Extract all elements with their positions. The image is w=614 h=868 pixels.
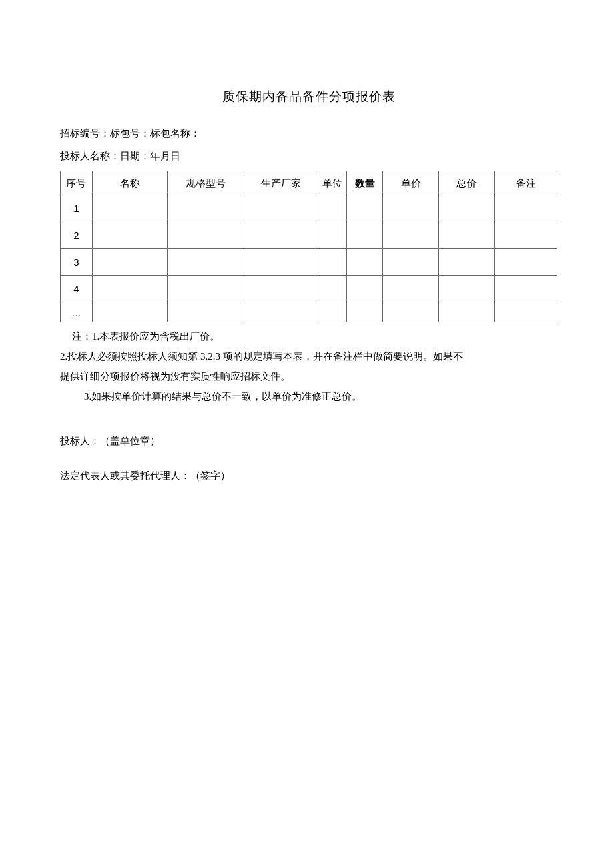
cell-qty [347, 249, 383, 276]
th-name: 名称 [92, 171, 168, 195]
cell-spec [168, 222, 244, 249]
cell-mfr [244, 276, 318, 302]
table-row: 3 [61, 249, 557, 276]
cell-unit [318, 195, 347, 222]
cell-spec [168, 302, 244, 322]
meta-line-1: 招标编号：标包号：标包名称： [60, 125, 557, 141]
cell-seq: 3 [61, 249, 93, 276]
cell-name [92, 249, 168, 276]
cell-name [92, 302, 168, 322]
th-unit: 单位 [318, 171, 347, 195]
cell-total [438, 222, 494, 249]
cell-remark [495, 222, 557, 249]
cell-price [383, 249, 438, 276]
th-seq: 序号 [61, 171, 93, 195]
cell-total [438, 302, 494, 322]
cell-remark [495, 302, 557, 322]
rep-sign-line: 法定代表人或其委托代理人：（签字） [60, 468, 557, 484]
cell-mfr [244, 302, 318, 322]
cell-seq: 4 [61, 276, 93, 302]
cell-total [438, 249, 494, 276]
table-header-row: 序号 名称 规格型号 生产厂家 单位 数量 单价 总价 备注 [61, 171, 557, 195]
cell-total [438, 195, 494, 222]
cell-remark [495, 276, 557, 302]
cell-seq: 2 [61, 222, 93, 249]
cell-price [383, 302, 438, 322]
cell-mfr [244, 195, 318, 222]
cell-qty [347, 222, 383, 249]
table-row: … [61, 302, 557, 322]
cell-name [92, 195, 168, 222]
cell-mfr [244, 249, 318, 276]
table-row: 2 [61, 222, 557, 249]
signature-block: 投标人：（盖单位章） 法定代表人或其委托代理人：（签字） [60, 433, 557, 484]
th-remark: 备注 [495, 171, 557, 195]
th-price: 单价 [383, 171, 438, 195]
cell-unit [318, 302, 347, 322]
cell-unit [318, 276, 347, 302]
meta-line-2: 投标人名称：日期：年月日 [60, 148, 557, 164]
th-mfr: 生产厂家 [244, 171, 318, 195]
cell-unit [318, 249, 347, 276]
note-1: 注：1.本表报价应为含税出厂价。 [60, 326, 557, 346]
cell-seq: … [61, 302, 93, 322]
th-spec: 规格型号 [168, 171, 244, 195]
cell-unit [318, 222, 347, 249]
cell-qty [347, 195, 383, 222]
cell-spec [168, 276, 244, 302]
bidder-stamp-line: 投标人：（盖单位章） [60, 433, 557, 449]
th-qty: 数量 [347, 171, 383, 195]
cell-remark [495, 249, 557, 276]
table-row: 4 [61, 276, 557, 302]
cell-seq: 1 [61, 195, 93, 222]
page-title: 质保期内备品备件分项报价表 [60, 87, 557, 107]
cell-spec [168, 195, 244, 222]
notes-block: 注：1.本表报价应为含税出厂价。 2.投标人必须按照投标人须知第 3.2.3 项… [60, 326, 557, 406]
cell-spec [168, 249, 244, 276]
cell-total [438, 276, 494, 302]
table-row: 1 [61, 195, 557, 222]
cell-remark [495, 195, 557, 222]
cell-price [383, 195, 438, 222]
cell-price [383, 222, 438, 249]
note-3: 3.如果按单价计算的结果与总价不一致，以单价为准修正总价。 [60, 386, 557, 406]
th-total: 总价 [438, 171, 494, 195]
note-2a: 2.投标人必须按照投标人须知第 3.2.3 项的规定填写本表，并在备注栏中做简要… [60, 346, 557, 366]
cell-mfr [244, 222, 318, 249]
cell-name [92, 276, 168, 302]
cell-price [383, 276, 438, 302]
quote-table: 序号 名称 规格型号 生产厂家 单位 数量 单价 总价 备注 1 2 [60, 171, 557, 322]
cell-qty [347, 302, 383, 322]
cell-name [92, 222, 168, 249]
note-2b: 提供详细分项报价将视为没有实质性响应招标文件。 [60, 366, 557, 386]
cell-qty [347, 276, 383, 302]
